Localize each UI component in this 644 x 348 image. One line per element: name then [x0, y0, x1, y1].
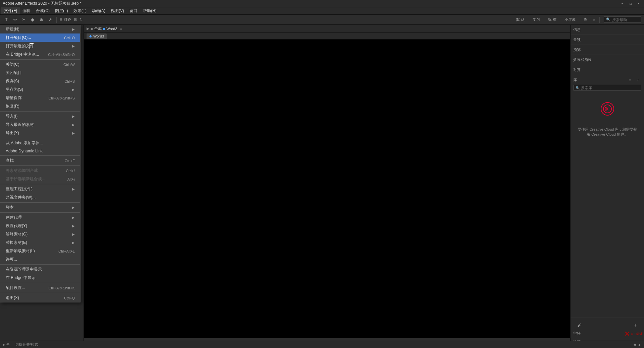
- tool-shape[interactable]: ◆: [29, 16, 36, 23]
- menu-item-window[interactable]: 窗口: [127, 7, 140, 14]
- status-icon-1[interactable]: ●: [3, 343, 5, 347]
- tool-anchor[interactable]: ⊕: [38, 16, 45, 23]
- close-button[interactable]: ×: [636, 1, 641, 6]
- tool-select[interactable]: ↗: [46, 16, 54, 23]
- sep-11: [0, 293, 80, 293]
- help-search-input[interactable]: [612, 18, 639, 22]
- workspace-learn[interactable]: 学习: [530, 16, 543, 23]
- watermark-content: ✕ 自由云课: [624, 330, 643, 338]
- left-panel: 新建(N) ▶ 打开项目(O)... Ctrl+O 打开最近的文件 ▶ 在 Br…: [0, 25, 84, 348]
- menu-interpret[interactable]: 解释素材(G) ▶: [0, 230, 80, 238]
- menu-incr-save[interactable]: 增量保存 Ctrl+Alt+Shift+S: [0, 94, 80, 102]
- menu-save-as[interactable]: 另存为(S) ▶: [0, 85, 80, 94]
- tool-text[interactable]: T: [3, 16, 10, 23]
- comp-tab-row: ◆ Word3: [84, 33, 570, 40]
- menu-export[interactable]: 导出(X) ▶: [0, 129, 80, 137]
- main-layout: 新建(N) ▶ 打开项目(O)... Ctrl+O 打开最近的文件 ▶ 在 Br…: [0, 25, 644, 348]
- tool-pen[interactable]: ✏: [11, 16, 19, 23]
- menu-item-file[interactable]: 文件(F): [1, 7, 20, 14]
- menu-item-effect[interactable]: 效果(T): [71, 7, 89, 14]
- menu-item-view[interactable]: 视图(V): [108, 7, 127, 14]
- toolbar-align-label: 对齐: [64, 17, 71, 22]
- sep-2: [0, 111, 80, 112]
- toolbar-sep-2: [599, 17, 600, 23]
- menu-import[interactable]: 导入(I) ▶: [0, 112, 80, 121]
- minimize-button[interactable]: −: [620, 1, 625, 6]
- menu-reload[interactable]: 重新加载素材(L) Ctrl+Alt+L: [0, 247, 80, 255]
- library-menu-icon[interactable]: ≡: [627, 77, 633, 83]
- watermark: ✕ 自由云课: [624, 330, 643, 338]
- tool-mask[interactable]: ✂: [20, 16, 28, 23]
- menu-save[interactable]: 保存(S) Ctrl+S: [0, 77, 80, 85]
- effects-section: 效果和预设: [571, 55, 644, 65]
- cc-message: 要使用 Creative Cloud 库，您需要登录 Creative Clou…: [573, 126, 641, 138]
- menu-revert[interactable]: 恢复(R): [0, 102, 80, 111]
- toolbar-rotate-icon: ↻: [79, 17, 83, 22]
- menu-show-explorer[interactable]: 在资源管理器中显示: [0, 265, 80, 274]
- comp-menu-icon[interactable]: ≡: [120, 27, 122, 31]
- menu-close[interactable]: 关闭(C) Ctrl+W: [0, 60, 80, 69]
- library-search-input[interactable]: [581, 86, 639, 90]
- menu-item-layer[interactable]: 图层(L): [52, 7, 71, 14]
- menu-browse-bridge[interactable]: 在 Bridge 中浏览... Ctrl+Alt+Shift+O: [0, 50, 80, 59]
- menu-show-bridge[interactable]: 在 Bridge 中显示: [0, 274, 80, 282]
- menu-replace[interactable]: 替换素材(E) ▶: [0, 238, 80, 247]
- menu-item-help[interactable]: 帮助(H): [140, 7, 159, 14]
- workspace-default[interactable]: 默 认: [514, 16, 527, 23]
- toolbar-sep-1: [56, 17, 57, 23]
- menu-add-fonts[interactable]: 从 Adobe 添加字体...: [0, 139, 80, 147]
- sep-4: [0, 155, 80, 156]
- comp-breadcrumb: ▶ ■ 合成 ■ Word3 ≡: [87, 26, 122, 31]
- menu-item-comp[interactable]: 合成(C): [33, 7, 52, 14]
- arrow-icon-9: ▶: [72, 216, 75, 219]
- status-toggle-label: 切换开关/模式: [15, 342, 38, 347]
- status-icons: ● ◎: [3, 342, 10, 347]
- menu-import-recent[interactable]: 导入最近的素材 ▶: [0, 121, 80, 129]
- menu-add-to-comp: 将素材添加到合成 Ctrl+/: [0, 166, 80, 175]
- arrow-icon-7: ▶: [72, 187, 75, 191]
- comp-tab-word3[interactable]: ◆ Word3: [87, 33, 107, 39]
- sep-3: [0, 138, 80, 138]
- menu-close-project[interactable]: 关闭项目: [0, 69, 80, 77]
- status-nav-icon[interactable]: ◆: [634, 342, 636, 347]
- status-icon-2[interactable]: ◎: [6, 342, 10, 347]
- library-search[interactable]: 🔍: [573, 85, 641, 91]
- library-controls: ≡ +: [627, 77, 641, 83]
- menu-open[interactable]: 打开项目(O)... Ctrl+O: [0, 33, 80, 42]
- search-icon: 🔍: [606, 17, 611, 22]
- library-add-btn[interactable]: +: [635, 77, 641, 83]
- menu-consolidate[interactable]: 整理工程(文件) ▶: [0, 185, 80, 193]
- maximize-button[interactable]: □: [628, 1, 633, 6]
- arrow-icon-6: ▶: [72, 131, 75, 135]
- sep-1: [0, 59, 80, 60]
- menu-create-proxy[interactable]: 创建代理 ▶: [0, 213, 80, 222]
- right-bottom-add-btn[interactable]: +: [632, 322, 639, 329]
- workspace-standard[interactable]: 标 准: [545, 16, 559, 23]
- menu-bar: 文件(F) 编辑 合成(C) 图层(L) 效果(T) 动画(A) 视图(V) 窗…: [0, 7, 644, 15]
- menu-dynamic-link[interactable]: Adobe Dynamic Link: [0, 147, 80, 155]
- menu-item-anim[interactable]: 动画(A): [89, 7, 108, 14]
- status-minus-icon[interactable]: −: [630, 343, 632, 347]
- menu-project-settings[interactable]: 项目设置... Ctrl+Alt+Shift+K: [0, 284, 80, 292]
- watermark-line1: 自由云课: [631, 332, 643, 336]
- workspace-small[interactable]: 小屏幕: [562, 16, 578, 23]
- menu-set-proxy[interactable]: 设置代理(Y) ▶: [0, 222, 80, 230]
- workspace-library[interactable]: 库: [581, 16, 590, 23]
- workspace-more-icon[interactable]: »: [593, 17, 595, 22]
- menu-scripts[interactable]: 脚本 ▶: [0, 203, 80, 212]
- menu-new[interactable]: 新建(N) ▶: [0, 25, 80, 33]
- menu-find[interactable]: 查找 Ctrl+F: [0, 156, 80, 165]
- menu-watch-folder[interactable]: 监视文件夹(W)...: [0, 193, 80, 202]
- status-plus-icon[interactable]: ▲: [638, 343, 641, 347]
- comp-breadcrumb-icon: ▶: [87, 26, 89, 31]
- menu-recent-files[interactable]: 打开最近的文件 ▶: [0, 42, 80, 50]
- library-title: 库: [573, 76, 577, 83]
- watermark-text-area: 自由云课: [631, 332, 643, 336]
- paint-brush-icon[interactable]: 🖌: [576, 322, 583, 329]
- help-search-box[interactable]: 🔍: [604, 16, 641, 23]
- align-section: 对齐: [571, 65, 644, 75]
- menu-quit[interactable]: 退出(X) Ctrl+Q: [0, 294, 80, 302]
- menu-item-edit[interactable]: 编辑: [20, 7, 33, 14]
- comp-word3-label: Word3: [106, 27, 117, 31]
- menu-license[interactable]: 许可...: [0, 255, 80, 264]
